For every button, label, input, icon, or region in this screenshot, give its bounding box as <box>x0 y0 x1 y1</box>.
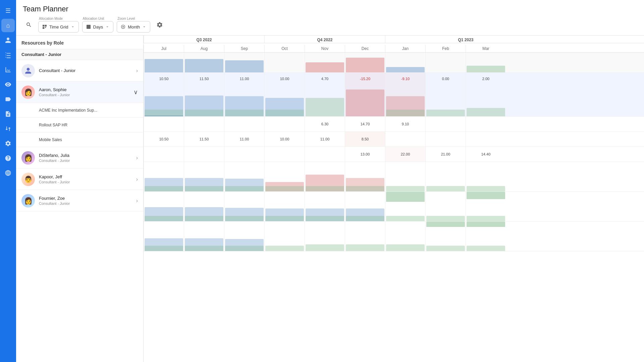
q1-2023-header: Q1 2023 <box>385 36 546 43</box>
kj-jul <box>144 192 184 221</box>
role-group-header: Consultant - Junior <box>16 49 143 60</box>
fz-nov <box>305 222 345 251</box>
search-button[interactable] <box>23 19 35 31</box>
acme-oct <box>264 117 305 131</box>
rs-sep: 11.00 <box>224 132 264 146</box>
ms-jul <box>144 147 184 162</box>
ms-nov <box>305 147 345 162</box>
fz-jul <box>144 222 184 251</box>
kj-oct <box>264 192 305 221</box>
q4-2022-header: Q4 2022 <box>264 36 385 43</box>
fz-mar <box>466 222 506 251</box>
grid-panel: Q3 2022 Q4 2022 Q1 2023 Jul Aug Sep Oct … <box>144 36 644 362</box>
distefano-julia-info: DiStefano, Julia Consultant - Junior <box>39 153 136 163</box>
kapoor-jeff-info: Kapoor, Jeff Consultant - Junior <box>39 174 136 184</box>
fournier-zoe-name: Fournier, Zoe <box>39 196 136 201</box>
help-icon[interactable] <box>1 152 15 165</box>
acme-feb <box>425 117 466 131</box>
consultant-junior-info: Consultant - Junior <box>39 68 136 73</box>
ms-mar-value: 14.40 <box>481 152 491 156</box>
month-dec: Dec <box>345 45 385 52</box>
aaron-sophie-chevron[interactable]: ∨ <box>133 88 138 96</box>
acme-sep <box>224 117 264 131</box>
ms-jan: 22.00 <box>385 147 425 162</box>
as-dec-value: -15.20 <box>345 77 385 81</box>
tag-icon[interactable] <box>1 93 15 106</box>
as-dec-cell: -15.20 <box>345 73 385 116</box>
kj-mar <box>466 192 506 221</box>
fournier-zoe-role: Consultant - Junior <box>39 201 136 205</box>
rs-feb <box>425 132 466 146</box>
allocation-mode-dropdown[interactable]: Time Grid <box>38 21 79 33</box>
mobile-sales-task-row: Mobile Sales <box>16 132 143 147</box>
kapoor-jeff-chevron: › <box>136 176 138 182</box>
rs-oct: 10.00 <box>264 132 305 146</box>
cj-jul-cell <box>144 51 184 72</box>
menu-icon[interactable]: ☰ <box>1 4 15 17</box>
cj-jan-cell <box>385 51 425 72</box>
month-nov: Nov <box>305 45 345 52</box>
globe-icon[interactable] <box>1 166 15 180</box>
settings-button[interactable] <box>154 19 166 31</box>
people-icon[interactable] <box>1 34 15 47</box>
home-icon[interactable]: ⌂ <box>1 19 15 32</box>
settings-icon[interactable] <box>1 137 15 150</box>
rs-mar <box>466 132 506 146</box>
ms-oct <box>264 147 305 162</box>
q3-2022-header: Q3 2022 <box>144 36 264 43</box>
cj-feb-cell <box>425 51 466 72</box>
ds-sep <box>224 162 264 191</box>
zoom-level-dropdown[interactable]: Month <box>117 21 150 33</box>
kapoor-jeff-avatar: 👨 <box>21 173 35 186</box>
file-icon[interactable] <box>1 107 15 121</box>
fournier-zoe-avatar: 👩 <box>21 194 35 207</box>
time-grid: Q3 2022 Q4 2022 Q1 2023 Jul Aug Sep Oct … <box>144 36 644 251</box>
fournier-zoe-row[interactable]: 👩 Fournier, Zoe Consultant - Junior › <box>16 190 143 212</box>
acme-dec: 14.70 <box>345 117 385 131</box>
consultant-junior-name: Consultant - Junior <box>39 68 136 73</box>
rs-nov-value: 11.00 <box>320 137 330 141</box>
as-sep-cell: 11.00 <box>224 73 264 116</box>
allocation-unit-control: Allocation Unit Days <box>82 17 114 33</box>
acme-task-name: ACME Inc Implementation Sup... <box>39 108 97 113</box>
month-feb: Feb <box>425 45 466 52</box>
role-avatar <box>21 64 35 77</box>
aaron-sophie-info: Aaron, Sophie Consultant - Junior <box>39 87 133 97</box>
aaron-sophie-avatar: 👩 <box>21 85 35 99</box>
transfer-icon[interactable] <box>1 122 15 135</box>
kapoor-jeff-row[interactable]: 👨 Kapoor, Jeff Consultant - Junior › <box>16 169 143 190</box>
as-aug-value: 11.50 <box>184 77 224 81</box>
rs-nov: 11.00 <box>305 132 345 146</box>
fz-aug <box>184 222 224 251</box>
rs-dec: 8.50 <box>345 132 385 146</box>
rollout-sap-grid-row: 10.50 11.50 11.00 10.00 11.00 <box>144 132 644 147</box>
consultant-junior-role-row[interactable]: Consultant - Junior › <box>16 60 143 81</box>
aaron-sophie-row[interactable]: 👩 Aaron, Sophie Consultant - Junior ∨ <box>16 81 143 103</box>
rs-oct-value: 10.00 <box>280 137 289 141</box>
distefano-julia-row[interactable]: 👩 DiStefano, Julia Consultant - Junior › <box>16 147 143 169</box>
allocation-unit-label: Allocation Unit <box>83 17 114 20</box>
chart-icon[interactable] <box>1 63 15 76</box>
fz-jan <box>385 222 425 251</box>
toolbar: Allocation Mode Time Grid Allocation Uni… <box>23 17 637 33</box>
allocation-unit-dropdown[interactable]: Days <box>82 21 114 33</box>
rs-aug-value: 11.50 <box>200 137 209 141</box>
acme-jan: 9.10 <box>385 117 425 131</box>
as-jan-cell: -9.10 <box>385 73 425 116</box>
acme-dec-value: 14.70 <box>361 122 370 126</box>
allocation-mode-label: Allocation Mode <box>39 17 79 20</box>
cj-sep-cell <box>224 51 264 72</box>
cj-aug-cell <box>184 51 224 72</box>
fz-feb <box>425 222 466 251</box>
mobile-sales-task-name: Mobile Sales <box>39 137 62 142</box>
ds-aug <box>184 162 224 191</box>
eye-icon[interactable] <box>1 78 15 91</box>
ms-mar: 14.40 <box>466 147 506 162</box>
ds-jul <box>144 162 184 191</box>
kj-feb <box>425 192 466 221</box>
fz-dec <box>345 222 385 251</box>
as-nov-value: 4.70 <box>305 77 345 81</box>
rollout-sap-task-row: Rollout SAP HR <box>16 118 143 132</box>
list-icon[interactable] <box>1 48 15 62</box>
rollout-sap-task-name: Rollout SAP HR <box>39 123 67 127</box>
